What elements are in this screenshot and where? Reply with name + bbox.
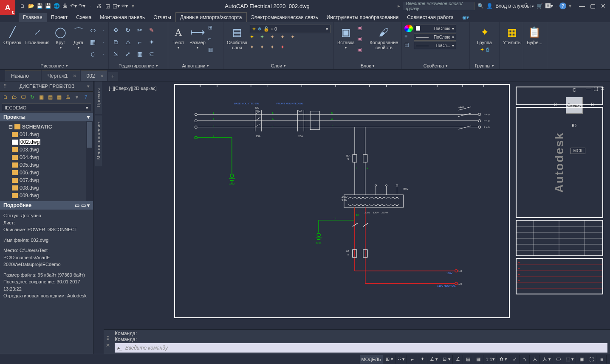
arc-button[interactable]: ⌒Дуга▾	[70, 25, 87, 50]
model-button[interactable]: МОДЕЛЬ	[360, 355, 384, 364]
stretch-icon[interactable]: ⇲	[110, 48, 121, 59]
utils-button[interactable]: ▦Утилиты	[501, 25, 523, 46]
qat-save-icon[interactable]: 💾	[36, 2, 43, 10]
trim-icon[interactable]: ✂	[134, 25, 145, 36]
qat-plot-icon[interactable]: 🖶	[61, 2, 69, 10]
scale-icon[interactable]: ⤢	[122, 48, 133, 59]
line-button[interactable]: ╱Отрезок	[2, 25, 23, 46]
pm-tool-refresh-icon[interactable]: ↻	[28, 93, 36, 101]
login-menu[interactable]: Вход в службы	[495, 3, 534, 9]
status-lweight-icon[interactable]: ∠	[454, 355, 463, 364]
viewport-label[interactable]: [–][Сверху][2D-каркас]	[109, 86, 157, 91]
status-cycle-icon[interactable]: ▦	[474, 355, 483, 364]
block-mini-2[interactable]: ▣	[357, 36, 367, 45]
status-osnap-icon[interactable]: ∠ ▾	[428, 355, 440, 364]
group-mini-2[interactable]: ⎙	[486, 47, 489, 53]
tab-electromech[interactable]: Электромеханическая связь	[247, 13, 322, 22]
annot-mini-3[interactable]: ▦	[208, 47, 217, 56]
details-btn-2[interactable]: ▭	[81, 202, 86, 208]
cmd-close-icon[interactable]: ✕	[106, 342, 110, 348]
tab-import-export[interactable]: Данные импорта/экспорта	[175, 12, 247, 22]
maximize-button[interactable]: ▢	[590, 3, 596, 9]
layer-btn-6[interactable]: ✦	[250, 44, 259, 53]
qat-saveas-icon[interactable]: 💾	[44, 2, 52, 10]
status-scale[interactable]: 1:1 ▾	[484, 355, 497, 364]
draw-mini-4[interactable]: ·	[99, 36, 109, 48]
minimize-button[interactable]: —	[579, 3, 585, 9]
status-annoscale-icon[interactable]: ⤢	[510, 355, 520, 364]
tree-file[interactable]: 005.dwg	[0, 161, 93, 169]
qat-redo-icon[interactable]: ↷▾	[78, 2, 86, 10]
qat-undo-icon[interactable]: ↶▾	[70, 2, 77, 10]
app-icon[interactable]: A	[0, 0, 15, 15]
erase-icon[interactable]: ✎	[146, 25, 157, 36]
panel-edit-label[interactable]: Редактирование	[110, 62, 167, 69]
help-dropdown-icon[interactable]: ▾	[569, 3, 571, 9]
user-icon[interactable]: 👤	[486, 3, 493, 9]
drawing-viewport[interactable]: [–][Сверху][2D-каркас] — ▢ ✕ Сверху С Ю …	[106, 84, 607, 327]
tab-schematic[interactable]: Схема	[72, 13, 96, 22]
layer-btn-5[interactable]: ✦	[291, 34, 300, 43]
polyline-button[interactable]: ⟋Полилиния	[23, 25, 51, 46]
status-monitor-icon[interactable]: 🖵	[554, 355, 563, 364]
project-tree[interactable]: ⊟SCHEMATIC 001.dwg 002.dwg 003.dwg 004.d…	[0, 121, 93, 201]
layer-btn-4[interactable]: ✦	[280, 34, 290, 43]
explode-icon[interactable]: ✦	[146, 36, 157, 48]
ltype-icon[interactable]: ▤	[404, 42, 413, 49]
pm-tool-help-icon[interactable]: ?	[82, 93, 90, 101]
search-input[interactable]: Введите ключевое слово/фразу	[403, 2, 475, 10]
details-btn-1[interactable]: ▭	[75, 202, 79, 208]
circle-button[interactable]: ◯Круг▾	[52, 25, 69, 50]
tab-collab[interactable]: Совместная работа	[403, 13, 458, 22]
draw-mini-5[interactable]: ⬯	[88, 48, 98, 59]
status-grid-icon[interactable]: ⊞ ▾	[384, 355, 395, 364]
tab-options-icon[interactable]: ◉▾	[458, 13, 473, 22]
array-icon[interactable]: ▦	[134, 48, 145, 59]
tab-reports[interactable]: Отчеты	[149, 13, 175, 22]
tab-panel[interactable]: Монтажная панель	[96, 13, 149, 22]
panel-annot-label[interactable]: Аннотации	[169, 62, 222, 69]
ltype-selector[interactable]: ———ПоСл... ▾	[414, 42, 456, 49]
close-icon[interactable]: ✕	[73, 73, 76, 79]
group-button[interactable]: ✦Группа	[475, 25, 494, 46]
help-icon[interactable]: ?	[559, 3, 566, 9]
qat-open-icon[interactable]: 📂	[27, 2, 35, 10]
search-icon[interactable]: 🔍	[477, 3, 484, 9]
close-icon[interactable]: ✕	[100, 73, 104, 79]
panel-props-label[interactable]: Свойства	[403, 62, 469, 69]
pm-tool-1[interactable]: 🗋	[2, 93, 9, 101]
move-icon[interactable]: ✥	[110, 25, 121, 36]
pm-tool-5[interactable]: ▣	[37, 93, 45, 101]
paste-button[interactable]: 📋Буфе...	[525, 25, 544, 46]
qat-more-icon[interactable]: ▾	[129, 2, 137, 10]
sidetab-location[interactable]: Местоположение	[95, 115, 102, 166]
color-icon[interactable]	[404, 25, 413, 32]
tree-file[interactable]: 008.dwg	[0, 184, 93, 192]
block-mini-3[interactable]: ▣	[357, 47, 367, 56]
add-tab-button[interactable]: +	[108, 72, 118, 81]
cmd-grip-icon[interactable]: ⠿	[106, 336, 110, 342]
tree-file[interactable]: 009.dwg	[0, 192, 93, 199]
doctab-002[interactable]: 002✕	[81, 70, 107, 81]
status-gear-icon[interactable]: ✿ ▾	[498, 355, 509, 364]
block-mini-1[interactable]: ▣	[357, 25, 367, 34]
status-track-icon[interactable]: ⊡ ▾	[441, 355, 452, 364]
layer-btn-7[interactable]: ✦	[260, 44, 269, 53]
draw-mini-6[interactable]: ·	[99, 48, 109, 59]
text-button[interactable]: AТекст▾	[170, 25, 187, 50]
rotate-icon[interactable]: ↻	[122, 25, 133, 36]
layer-btn-2[interactable]: ✦	[260, 34, 269, 43]
tree-folder-schematic[interactable]: ⊟SCHEMATIC	[0, 123, 93, 131]
tree-file[interactable]: 006.dwg	[0, 169, 93, 176]
sidetab-projects[interactable]: Проекты	[95, 81, 102, 114]
status-transp-icon[interactable]: ▤	[464, 355, 473, 364]
color-selector[interactable]: ПоСлою ▾	[414, 25, 456, 32]
pm-close-icon[interactable]: ▾	[87, 84, 90, 89]
matchprops-button[interactable]: 🖌Копирование свойств	[367, 25, 401, 51]
tree-file-selected[interactable]: 002.dwg	[0, 138, 93, 146]
doctab-drawing1[interactable]: Чертеж1✕	[42, 70, 80, 81]
tree-file[interactable]: 003.dwg	[0, 146, 93, 154]
fillet-icon[interactable]: ⌐	[134, 36, 145, 48]
status-annolist-icon[interactable]: 人	[531, 355, 540, 364]
panel-block-label[interactable]: Блок	[335, 62, 401, 69]
